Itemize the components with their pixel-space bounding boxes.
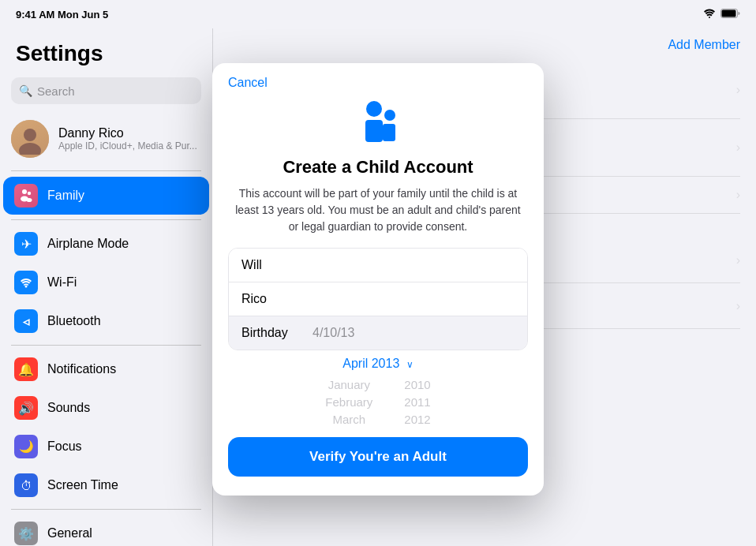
wifi-icon (14, 271, 38, 294)
modal-cancel-button[interactable]: Cancel (212, 63, 283, 90)
chevron-icon-location: › (736, 299, 740, 313)
search-placeholder-text: Search (37, 84, 75, 98)
picker-year-2012: 2012 (404, 412, 430, 424)
sidebar-item-family[interactable]: Family (3, 177, 209, 215)
sidebar-item-focus[interactable]: 🌙 Focus (3, 428, 209, 466)
svg-point-4 (19, 143, 41, 155)
birthday-field[interactable]: Birthday 4/10/13 (229, 316, 527, 350)
sidebar-item-notifications[interactable]: 🔔 Notifications (3, 350, 209, 388)
svg-rect-15 (365, 120, 383, 142)
sidebar-item-wifi[interactable]: Wi-Fi (3, 264, 209, 301)
modal-description: This account will be part of your family… (212, 185, 544, 248)
chevron-icon-3: › (736, 188, 740, 202)
create-child-account-modal: Cancel Create a Child Account This accou… (212, 63, 544, 496)
last-name-field[interactable]: Rico (229, 282, 527, 316)
birthday-label: Birthday (241, 326, 313, 340)
battery-icon (720, 9, 740, 21)
chevron-icon-1: › (736, 83, 740, 97)
picker-year-2011: 2011 (404, 395, 430, 410)
svg-point-16 (384, 110, 395, 121)
year-picker-col: 2010 2011 2012 (404, 377, 430, 424)
sidebar-item-bluetooth[interactable]: ◃ Bluetooth (3, 302, 209, 340)
sidebar-item-label-focus: Focus (47, 439, 82, 454)
svg-point-5 (22, 189, 27, 194)
sidebar-item-screentime[interactable]: ⏱ Screen Time (3, 466, 209, 504)
divider-2 (11, 219, 201, 220)
sidebar-item-airplane[interactable]: ✈ Airplane Mode (3, 225, 209, 263)
date-picker-area[interactable]: January February March 2010 2011 2012 (228, 377, 528, 424)
search-icon: 🔍 (19, 84, 32, 97)
divider-1 (11, 170, 201, 171)
focus-icon: 🌙 (14, 435, 38, 458)
modal-icon-area (212, 90, 544, 154)
svg-point-3 (24, 129, 36, 141)
sidebar-item-label-wifi: Wi-Fi (47, 275, 77, 290)
svg-rect-17 (383, 124, 395, 141)
chevron-icon-purchase: › (736, 253, 740, 267)
last-name-value: Rico (241, 292, 267, 305)
content-header: Add Member (213, 28, 756, 62)
airplane-icon: ✈ (14, 232, 38, 256)
family-icon (14, 184, 38, 208)
form-section: Will Rico Birthday 4/10/13 (228, 248, 528, 350)
sidebar-item-general[interactable]: ⚙️ General (3, 514, 209, 546)
picker-month-jan: January (328, 377, 370, 393)
first-name-value: Will (241, 258, 262, 271)
sidebar-item-label-notifications: Notifications (47, 362, 116, 376)
first-name-field[interactable]: Will (229, 249, 527, 282)
sidebar-item-label-family: Family (47, 189, 84, 203)
divider-3 (11, 345, 201, 346)
divider-4 (11, 509, 201, 510)
status-bar: 9:41 AM Mon Jun 5 (0, 0, 756, 28)
month-picker-label: April 2013 (342, 357, 399, 370)
user-name: Danny Rico (58, 126, 197, 140)
verify-adult-button[interactable]: Verify You're an Adult (228, 437, 528, 477)
wifi-status-icon (703, 9, 716, 21)
picker-month-feb: February (325, 395, 372, 410)
svg-point-8 (27, 198, 32, 202)
user-subtitle: Apple ID, iCloud+, Media & Pur... (58, 140, 197, 151)
notifications-icon: 🔔 (14, 357, 38, 381)
svg-point-6 (28, 192, 31, 195)
chevron-down-icon: ∨ (406, 359, 414, 370)
sidebar-list: Family ✈ Airplane Mode (0, 176, 212, 546)
sidebar-item-label-sounds: Sounds (47, 401, 90, 415)
sidebar-title: Settings (0, 28, 212, 73)
month-picker-col: January February March (325, 377, 372, 424)
sidebar-item-sounds[interactable]: 🔊 Sounds (3, 389, 209, 427)
user-profile[interactable]: Danny Rico Apple ID, iCloud+, Media & Pu… (0, 112, 212, 166)
status-right (703, 9, 740, 21)
bluetooth-icon: ◃ (14, 309, 38, 333)
avatar (11, 120, 49, 158)
modal-title: Create a Child Account (212, 154, 544, 185)
sidebar-item-label-bluetooth: Bluetooth (47, 314, 101, 328)
svg-point-14 (366, 101, 382, 117)
sidebar: Settings 🔍 Search Danny Rico Apple ID, i… (0, 28, 213, 546)
general-icon: ⚙️ (14, 522, 38, 545)
screentime-icon: ⏱ (14, 473, 38, 497)
sidebar-item-label-airplane: Airplane Mode (47, 237, 129, 251)
month-picker[interactable]: April 2013 ∨ (228, 357, 528, 371)
sounds-icon: 🔊 (14, 396, 38, 420)
sidebar-item-label-general: General (47, 526, 92, 540)
search-bar[interactable]: 🔍 Search (11, 77, 201, 104)
svg-point-0 (709, 17, 710, 18)
birthday-value: 4/10/13 (313, 326, 354, 340)
svg-point-9 (25, 285, 28, 287)
picker-month-mar: March (332, 412, 365, 424)
svg-rect-2 (722, 9, 736, 17)
family-modal-icon (350, 98, 406, 149)
sidebar-item-label-screentime: Screen Time (47, 478, 118, 492)
picker-year-2010: 2010 (404, 377, 430, 393)
chevron-icon-2: › (736, 140, 740, 155)
status-time: 9:41 AM Mon Jun 5 (16, 9, 108, 21)
add-member-button[interactable]: Add Member (668, 38, 740, 52)
